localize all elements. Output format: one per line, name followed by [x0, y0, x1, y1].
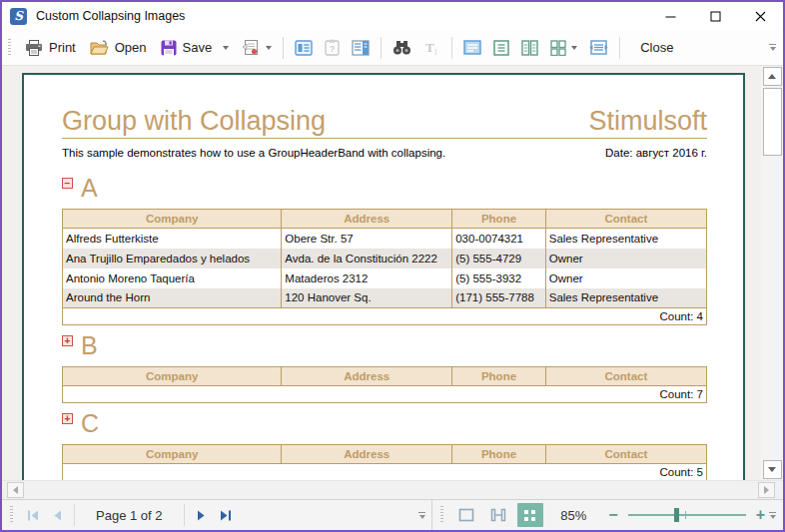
group-count: Count: 5	[63, 464, 707, 481]
statusbar-overflow-button[interactable]	[418, 512, 425, 519]
two-pages-icon	[521, 40, 538, 56]
multiple-pages-icon	[550, 40, 566, 56]
collapse-toggle-icon[interactable]: −	[62, 178, 73, 189]
minimize-icon	[665, 11, 676, 22]
find-button[interactable]	[388, 36, 416, 59]
zoom-slider-thumb[interactable]	[674, 508, 679, 522]
toolbar-grip[interactable]	[8, 39, 11, 57]
scroll-down-button[interactable]	[763, 460, 782, 479]
multiple-pages-view-button[interactable]	[545, 36, 582, 60]
close-report-button[interactable]: Close	[626, 36, 687, 59]
overflow-caret-icon	[770, 47, 776, 51]
send-email-icon	[242, 39, 261, 56]
toolbar-separator	[619, 37, 620, 59]
previous-page-icon	[53, 510, 62, 521]
main-toolbar: Print Open Save	[2, 30, 783, 66]
expand-toggle-icon[interactable]: +	[62, 335, 73, 346]
thumbnails-panel-icon	[352, 40, 370, 56]
arrow-right-icon	[764, 486, 769, 494]
zoom-multiple-pages-button[interactable]	[517, 503, 543, 527]
print-button[interactable]: Print	[19, 36, 82, 60]
bookmarks-panel-button[interactable]	[290, 36, 318, 60]
cell-company: Around the Horn	[63, 288, 282, 308]
send-email-button[interactable]	[237, 35, 277, 60]
two-pages-view-button[interactable]	[516, 36, 543, 60]
scroll-left-button[interactable]	[7, 482, 24, 498]
report-subtitle: This sample demonstrates how to use a Gr…	[62, 147, 445, 159]
minimize-button[interactable]	[648, 2, 693, 30]
one-page-outline-icon	[458, 508, 474, 522]
cell-company: Alfreds Futterkiste	[63, 229, 282, 249]
first-page-button[interactable]	[20, 506, 46, 525]
scroll-up-button[interactable]	[763, 67, 782, 86]
page-indicator: Page 1 of 2	[96, 508, 163, 523]
single-page-icon	[493, 40, 509, 56]
parameters-panel-button: ?	[320, 35, 345, 60]
toolbar-separator	[381, 37, 382, 59]
vertical-scroll-thumb[interactable]	[763, 88, 782, 156]
first-page-icon	[27, 510, 39, 521]
group-b: + B Company Address Phone Contact	[62, 333, 707, 403]
next-page-button[interactable]	[190, 506, 213, 525]
open-label: Open	[115, 40, 147, 55]
maximize-button[interactable]	[693, 2, 738, 30]
previous-page-button[interactable]	[46, 506, 69, 525]
zoom-one-page-button[interactable]	[453, 503, 479, 527]
column-header: Address	[282, 210, 452, 229]
statusbar-grip[interactable]	[10, 506, 13, 524]
page-width-view-button[interactable]	[584, 36, 613, 59]
zoom-out-button[interactable]: −	[604, 508, 621, 522]
table-row: Antonio Moreno Taquería Mataderos 2312 (…	[63, 268, 707, 288]
report-brand: Stimulsoft	[588, 106, 707, 136]
table-row: Alfreds Futterkiste Obere Str. 57 030-00…	[63, 229, 707, 249]
overflow-bar	[418, 512, 425, 513]
titlebar: S Custom Collapsing Images	[2, 2, 783, 30]
close-window-button[interactable]	[738, 2, 783, 30]
zoom-slider-track[interactable]	[628, 514, 746, 516]
table-row: Around the Horn 120 Hanover Sq. (171) 55…	[63, 288, 707, 308]
cell-phone: (171) 555-7788	[452, 288, 546, 308]
column-header: Company	[63, 210, 282, 229]
full-screen-button[interactable]	[458, 36, 486, 59]
zoom-toolbar-grip[interactable]	[440, 506, 443, 524]
statusbar-separator	[184, 504, 185, 526]
stimulsoft-logo-icon: S	[10, 8, 27, 25]
scroll-right-button[interactable]	[758, 482, 775, 498]
overflow-bar	[769, 512, 776, 513]
zoom-percentage: 85%	[556, 508, 590, 523]
group-letter: A	[81, 176, 98, 201]
zoom-page-width-button[interactable]	[485, 503, 511, 527]
arrow-left-icon	[13, 486, 18, 494]
expand-toggle-icon[interactable]: +	[62, 413, 73, 424]
horizontal-scrollbar[interactable]	[2, 480, 783, 499]
overflow-bar	[769, 44, 776, 45]
group-letter: B	[81, 333, 98, 358]
single-page-view-button[interactable]	[488, 36, 514, 60]
group-count: Count: 7	[63, 386, 707, 403]
toolbar-overflow-button[interactable]	[769, 44, 776, 51]
table-header-row: Company Address Phone Contact	[63, 210, 707, 229]
cell-address: 120 Hanover Sq.	[282, 288, 452, 308]
full-screen-icon	[463, 40, 481, 55]
group-a: − A Company Address Phone Contact	[62, 176, 707, 325]
zoom-slider[interactable]	[628, 508, 746, 522]
toolbar-separator	[451, 37, 452, 59]
last-page-button[interactable]	[213, 506, 239, 525]
group-c: + C Company Address Phone Contact	[62, 411, 707, 480]
thumbnails-panel-button[interactable]	[347, 36, 375, 60]
zoom-in-button[interactable]: +	[752, 508, 769, 522]
title-rule	[62, 138, 707, 139]
cell-address: Avda. de la Constitución 2222	[282, 249, 452, 268]
multiple-pages-dropdown-caret-icon	[571, 46, 577, 50]
toolbar-separator	[283, 37, 284, 59]
column-header: Contact	[545, 445, 706, 464]
column-header: Phone	[452, 367, 546, 386]
zoom-toolbar-overflow-button[interactable]	[769, 512, 776, 519]
save-button[interactable]: Save	[155, 36, 236, 60]
open-button[interactable]: Open	[84, 36, 153, 60]
arrow-up-icon	[768, 74, 776, 79]
report-canvas: Group with Collapsing Stimulsoft This sa…	[2, 66, 761, 480]
vertical-scrollbar[interactable]	[761, 66, 783, 480]
printer-icon	[25, 40, 43, 56]
cell-address: Mataderos 2312	[282, 268, 452, 288]
